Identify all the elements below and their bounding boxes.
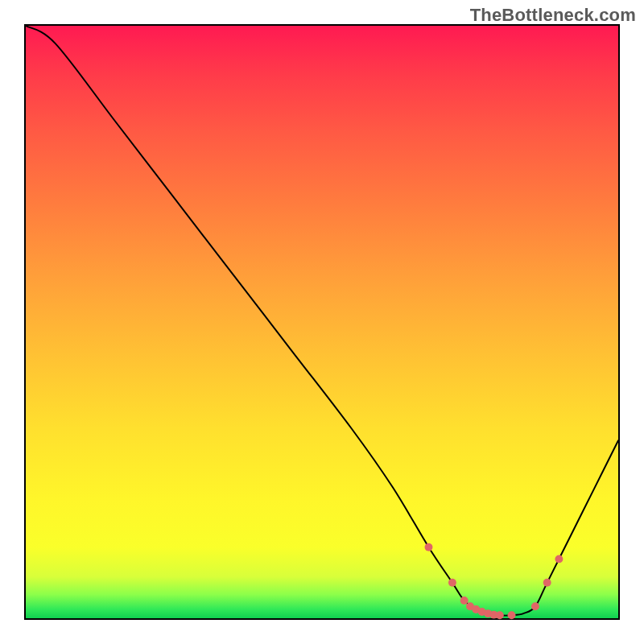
flat-marker — [425, 543, 433, 551]
flat-marker — [543, 579, 551, 587]
flat-marker — [496, 611, 504, 619]
flat-marker — [448, 579, 456, 587]
flat-markers-group — [425, 543, 564, 620]
plot-frame — [24, 24, 620, 620]
chart-svg — [26, 26, 618, 618]
bottleneck-curve-path — [26, 26, 618, 616]
flat-marker — [555, 555, 563, 563]
chart-container: TheBottleneck.com — [0, 0, 644, 644]
flat-marker — [460, 597, 469, 605]
watermark-text: TheBottleneck.com — [470, 5, 636, 26]
flat-marker — [531, 602, 539, 610]
flat-marker — [508, 611, 516, 619]
